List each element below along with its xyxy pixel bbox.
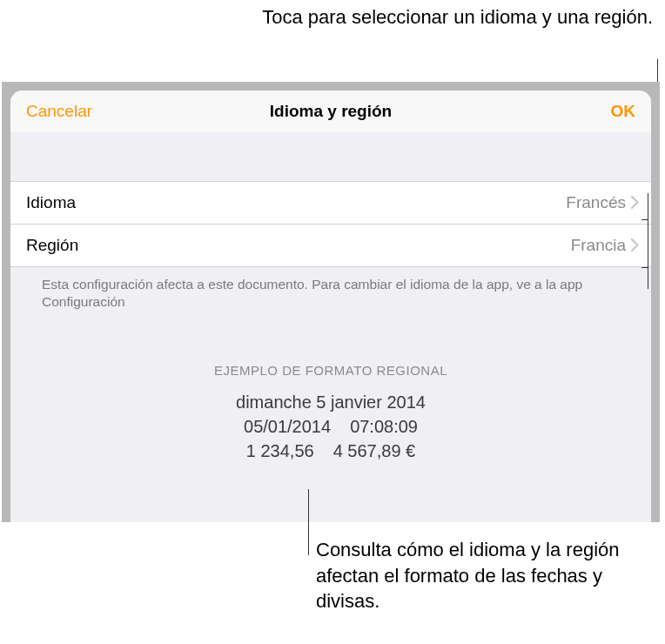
language-region-sheet: Cancelar Idioma y región OK Idioma Franc… (10, 91, 651, 522)
ok-button[interactable]: OK (611, 102, 636, 121)
chevron-right-icon (631, 236, 639, 255)
settings-footer-note: Esta configuración afecta a este documen… (10, 267, 651, 311)
navigation-bar: Cancelar Idioma y región OK (10, 91, 651, 132)
example-time: 07:08:09 (350, 414, 418, 439)
sheet-title: Idioma y región (270, 102, 392, 121)
language-row[interactable]: Idioma Francés (10, 181, 651, 224)
example-number: 1 234,56 (246, 439, 314, 463)
callout-select-language-region: Toca para seleccionar un idioma y una re… (262, 5, 653, 30)
chevron-right-icon (631, 193, 639, 212)
cancel-button[interactable]: Cancelar (26, 102, 92, 121)
callout-format-explanation: Consulta cómo el idioma y la región afec… (316, 537, 665, 614)
example-date-long: dimanche 5 janvier 2014 (10, 390, 651, 414)
example-date-short: 05/01/2014 (244, 414, 331, 439)
regional-format-example: EJEMPLO DE FORMATO REGIONAL dimanche 5 j… (10, 363, 651, 463)
region-row[interactable]: Región Francia (10, 224, 651, 267)
device-frame: Cancelar Idioma y región OK Idioma Franc… (2, 82, 660, 522)
language-label: Idioma (26, 193, 76, 212)
settings-list: Idioma Francés Región Francia (10, 181, 651, 267)
callout-leader-line (308, 489, 309, 555)
region-label: Región (26, 236, 78, 255)
region-value: Francia (571, 236, 626, 255)
example-currency: 4 567,89 € (333, 439, 416, 463)
spacer (10, 132, 651, 181)
example-header: EJEMPLO DE FORMATO REGIONAL (10, 363, 651, 378)
language-value: Francés (566, 193, 626, 212)
